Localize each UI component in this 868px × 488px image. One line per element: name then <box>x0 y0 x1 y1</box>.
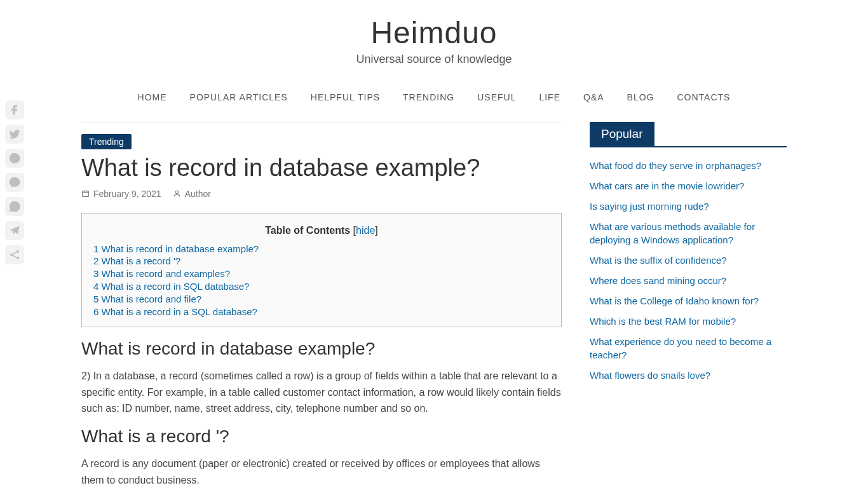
popular-link[interactable]: What is the College of Idaho known for? <box>590 295 759 306</box>
popular-link[interactable]: What cars are in the movie lowrider? <box>590 180 744 191</box>
messenger-icon[interactable] <box>5 173 24 192</box>
list-item: What food do they serve in orphanages? <box>590 159 787 172</box>
article-title: What is record in database example? <box>81 154 562 182</box>
list-item: What is the College of Idaho known for? <box>590 294 787 308</box>
popular-link[interactable]: Which is the best RAM for mobile? <box>590 316 736 327</box>
main-nav: HOMEPOPULAR ARTICLESHELPFUL TIPSTRENDING… <box>81 74 787 122</box>
section-heading: What is a record '? <box>81 426 562 447</box>
user-icon <box>173 189 181 198</box>
meta-date[interactable]: February 9, 2021 <box>81 189 161 199</box>
site-tagline: Universal source of knowledge <box>81 53 787 66</box>
toc-item[interactable]: 4 What is a record in SQL database? <box>93 280 550 293</box>
sidebar: Popular What food do they serve in orpha… <box>590 122 787 389</box>
toc-item[interactable]: 1 What is record in database example? <box>93 243 550 255</box>
list-item: What is the suffix of confidence? <box>590 254 787 267</box>
nav-item[interactable]: POPULAR ARTICLES <box>190 92 288 102</box>
svg-point-0 <box>10 153 20 164</box>
list-item: What flowers do snails love? <box>590 369 787 382</box>
widget-title-wrap: Popular <box>590 122 787 147</box>
list-item: Which is the best RAM for mobile? <box>590 315 787 328</box>
popular-link[interactable]: What is the suffix of confidence? <box>590 255 727 266</box>
whatsapp-icon[interactable] <box>5 197 24 216</box>
section-heading: What is record in database example? <box>81 339 562 359</box>
share-icon[interactable] <box>5 245 24 264</box>
svg-point-5 <box>175 191 178 193</box>
toc-item[interactable]: 5 What is record and file? <box>93 293 550 306</box>
nav-item[interactable]: HELPFUL TIPS <box>311 92 380 102</box>
section-body: A record is any document (paper or elect… <box>81 456 562 488</box>
facebook-icon[interactable] <box>5 100 24 119</box>
popular-link[interactable]: What food do they serve in orphanages? <box>590 160 761 171</box>
nav-item[interactable]: HOME <box>138 92 167 102</box>
list-item: Where does sand mining occur? <box>590 274 787 287</box>
nav-item[interactable]: Q&A <box>583 92 604 102</box>
table-of-contents: Table of Contents [hide] 1 What is recor… <box>81 213 562 328</box>
list-item: What cars are in the movie lowrider? <box>590 179 787 193</box>
toc-header: Table of Contents [hide] <box>93 225 550 236</box>
popular-widget-title: Popular <box>590 122 654 146</box>
meta-author[interactable]: Author <box>173 189 211 199</box>
toc-bracket: ] <box>375 225 377 236</box>
category-badge[interactable]: Trending <box>81 134 132 149</box>
site-title[interactable]: Heimduo <box>81 15 787 50</box>
section-body: 2) In a database, a record (sometimes ca… <box>81 368 562 416</box>
toc-hide-link[interactable]: hide <box>356 225 375 236</box>
toc-item[interactable]: 3 What is record and examples? <box>93 268 550 280</box>
list-item: What experience do you need to become a … <box>590 335 787 362</box>
site-header: Heimduo Universal source of knowledge <box>81 0 787 74</box>
toc-item[interactable]: 2 What is a record '? <box>93 255 550 268</box>
nav-item[interactable]: BLOG <box>627 92 654 102</box>
svg-rect-4 <box>83 191 89 197</box>
nav-item[interactable]: CONTACTS <box>677 92 730 102</box>
nav-item[interactable]: USEFUL <box>477 92 516 102</box>
popular-link[interactable]: What experience do you need to become a … <box>590 336 771 360</box>
popular-link[interactable]: What flowers do snails love? <box>590 370 710 381</box>
popular-link[interactable]: What are various methods available for d… <box>590 221 755 245</box>
popular-link[interactable]: Where does sand mining occur? <box>590 275 726 286</box>
article-content: Trending What is record in database exam… <box>81 122 562 488</box>
twitter-icon[interactable] <box>5 125 24 144</box>
toc-label: Table of Contents <box>265 225 350 236</box>
nav-item[interactable]: LIFE <box>539 92 560 102</box>
author-text: Author <box>185 189 211 199</box>
date-text: February 9, 2021 <box>93 189 161 199</box>
popular-link[interactable]: Is saying just morning rude? <box>590 201 709 212</box>
calendar-icon <box>81 189 90 198</box>
list-item: What are various methods available for d… <box>590 220 787 247</box>
reddit-icon[interactable] <box>5 149 24 168</box>
toc-item[interactable]: 6 What is a record in a SQL database? <box>93 306 550 318</box>
telegram-icon[interactable] <box>5 221 24 240</box>
list-item: Is saying just morning rude? <box>590 200 787 213</box>
share-rail <box>5 100 24 264</box>
nav-item[interactable]: TRENDING <box>403 92 454 102</box>
article-meta: February 9, 2021 Author <box>81 189 562 199</box>
